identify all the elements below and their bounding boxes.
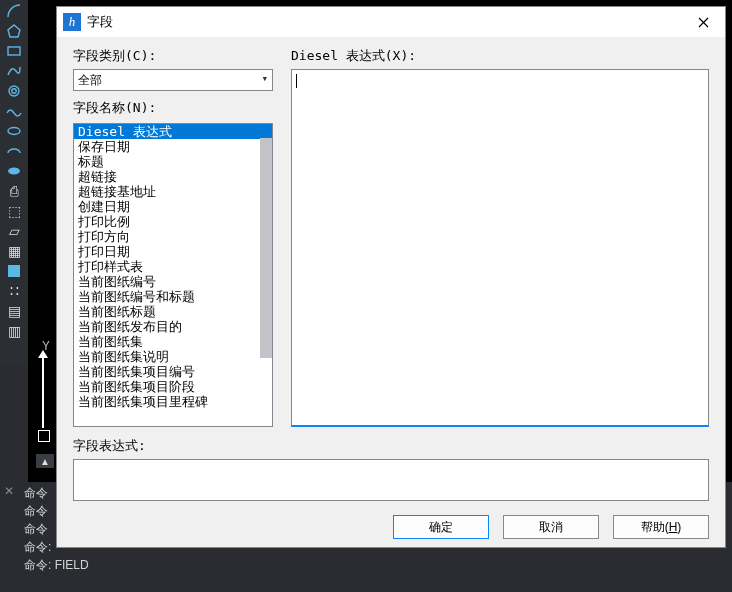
field-name-item[interactable]: 当前图纸集项目里程碑 bbox=[74, 394, 272, 409]
app-icon: h bbox=[63, 13, 81, 31]
tool-rectangle-icon[interactable] bbox=[4, 42, 24, 60]
app-left-toolbar: ⎙ ⬚ ▱ ▦ ∷ ▤ ▥ bbox=[0, 0, 28, 364]
field-name-item[interactable]: 当前图纸编号和标题 bbox=[74, 289, 272, 304]
tool-wave-icon[interactable] bbox=[4, 102, 24, 120]
tool-tag-icon[interactable]: ▱ bbox=[4, 222, 24, 240]
field-name-item[interactable]: 打印比例 bbox=[74, 214, 272, 229]
field-name-item[interactable]: Diesel 表达式 bbox=[74, 124, 272, 139]
tool-point-icon[interactable]: ∷ bbox=[4, 282, 24, 300]
field-name-item[interactable]: 打印方向 bbox=[74, 229, 272, 244]
field-expression-label: 字段表达式: bbox=[73, 437, 709, 455]
tool-spline-icon[interactable] bbox=[4, 62, 24, 80]
dialog-title: 字段 bbox=[87, 13, 683, 31]
svg-point-2 bbox=[9, 86, 19, 96]
scrollbar-thumb[interactable] bbox=[260, 138, 272, 358]
cancel-button-label: 取消 bbox=[539, 519, 563, 536]
field-name-item[interactable]: 打印日期 bbox=[74, 244, 272, 259]
field-name-label: 字段名称(N): bbox=[73, 99, 273, 117]
ucs-y-arrow bbox=[42, 356, 44, 428]
text-caret-icon bbox=[296, 74, 297, 88]
field-name-item[interactable]: 创建日期 bbox=[74, 199, 272, 214]
field-category-value: 全部 bbox=[78, 72, 102, 89]
ok-button-label: 确定 bbox=[429, 519, 453, 536]
command-close-icon[interactable]: ✕ bbox=[2, 484, 16, 498]
svg-point-4 bbox=[8, 128, 20, 135]
tool-pentagon-icon[interactable] bbox=[4, 22, 24, 40]
svg-marker-0 bbox=[8, 25, 20, 37]
tool-ring-icon[interactable] bbox=[4, 82, 24, 100]
field-name-item[interactable]: 当前图纸标题 bbox=[74, 304, 272, 319]
tool-ellipse-fill-icon[interactable] bbox=[4, 162, 24, 180]
field-name-item[interactable]: 当前图纸编号 bbox=[74, 274, 272, 289]
listbox-scrollbar[interactable] bbox=[255, 124, 272, 426]
dialog-titlebar[interactable]: h 字段 bbox=[57, 7, 725, 37]
diesel-expression-input[interactable] bbox=[291, 69, 709, 427]
close-icon bbox=[698, 17, 709, 28]
svg-rect-6 bbox=[8, 265, 20, 277]
svg-rect-1 bbox=[8, 47, 20, 55]
field-name-item[interactable]: 当前图纸集 bbox=[74, 334, 272, 349]
tool-ellipse-icon[interactable] bbox=[4, 122, 24, 140]
field-name-listbox[interactable]: Diesel 表达式保存日期标题超链接超链接基地址创建日期打印比例打印方向打印日… bbox=[73, 123, 273, 427]
field-category-combo[interactable]: 全部 bbox=[73, 69, 273, 91]
tool-arc-icon[interactable] bbox=[4, 2, 24, 20]
command-line: 命令: FIELD bbox=[24, 556, 728, 574]
ok-button[interactable]: 确定 bbox=[393, 515, 489, 539]
help-button[interactable]: 帮助(H) bbox=[613, 515, 709, 539]
field-name-item[interactable]: 当前图纸集项目阶段 bbox=[74, 379, 272, 394]
field-name-item[interactable]: 当前图纸集项目编号 bbox=[74, 364, 272, 379]
field-name-item[interactable]: 打印样式表 bbox=[74, 259, 272, 274]
expression-label: Diesel 表达式(X): bbox=[291, 47, 709, 65]
field-dialog: h 字段 字段类别(C): 全部 字段名称(N): Diesel 表达式保存日期… bbox=[56, 6, 726, 548]
tool-insert-icon[interactable]: ⎙ bbox=[4, 182, 24, 200]
cancel-button[interactable]: 取消 bbox=[503, 515, 599, 539]
help-button-label: 帮助(H) bbox=[641, 519, 682, 536]
tool-ellipse-arc-icon[interactable] bbox=[4, 142, 24, 160]
svg-point-3 bbox=[12, 89, 16, 93]
tool-grid-icon[interactable]: ▤ bbox=[4, 302, 24, 320]
field-name-item[interactable]: 当前图纸集说明 bbox=[74, 349, 272, 364]
tool-hatch-icon[interactable]: ▦ bbox=[4, 242, 24, 260]
field-name-item[interactable]: 当前图纸发布目的 bbox=[74, 319, 272, 334]
field-category-label: 字段类别(C): bbox=[73, 47, 273, 65]
dialog-close-button[interactable] bbox=[683, 7, 723, 37]
field-name-item[interactable]: 标题 bbox=[74, 154, 272, 169]
field-name-item[interactable]: 超链接基地址 bbox=[74, 184, 272, 199]
tool-block-icon[interactable]: ⬚ bbox=[4, 202, 24, 220]
ucs-origin-icon bbox=[38, 430, 50, 442]
tool-table-icon[interactable]: ▥ bbox=[4, 322, 24, 340]
field-name-item[interactable]: 超链接 bbox=[74, 169, 272, 184]
svg-point-5 bbox=[8, 168, 20, 175]
tool-gradient-icon[interactable] bbox=[4, 262, 24, 280]
field-expression-output bbox=[73, 459, 709, 501]
layout-scroll-up-icon[interactable]: ▲ bbox=[36, 454, 54, 468]
field-name-item[interactable]: 保存日期 bbox=[74, 139, 272, 154]
